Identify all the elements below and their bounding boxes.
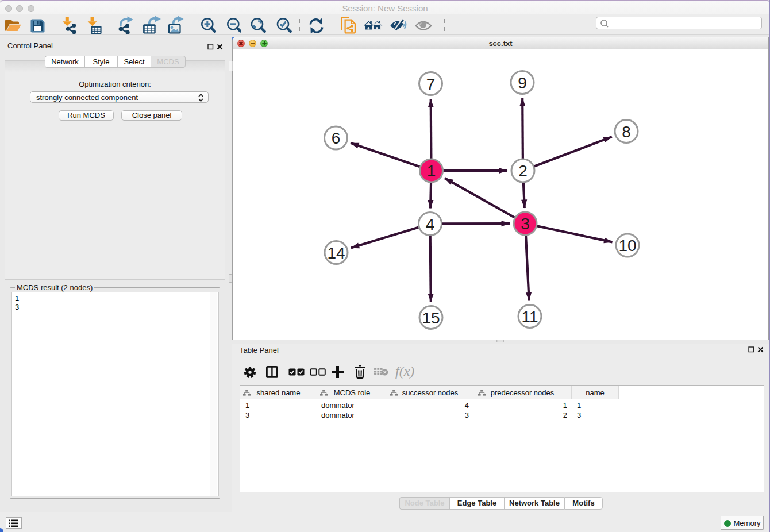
svg-text:3: 3 xyxy=(521,215,530,233)
svg-text:11: 11 xyxy=(521,308,538,326)
svg-text:7: 7 xyxy=(426,75,436,93)
svg-text:1: 1 xyxy=(427,162,436,180)
svg-text:9: 9 xyxy=(518,74,527,92)
svg-text:6: 6 xyxy=(332,129,341,147)
svg-text:4: 4 xyxy=(426,215,435,233)
svg-text:8: 8 xyxy=(622,123,631,141)
svg-text:15: 15 xyxy=(422,309,440,327)
svg-text:2: 2 xyxy=(518,162,528,180)
svg-text:14: 14 xyxy=(327,244,345,262)
svg-text:10: 10 xyxy=(618,237,636,255)
